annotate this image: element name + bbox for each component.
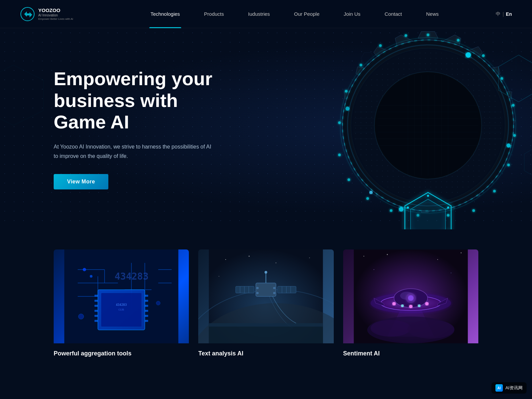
svg-point-147: [370, 320, 411, 337]
svg-point-128: [387, 254, 388, 255]
hero-section: Empowering your business with Game AI At…: [0, 28, 532, 229]
svg-rect-85: [95, 315, 98, 317]
view-more-button[interactable]: View More: [54, 174, 108, 189]
svg-point-55: [399, 207, 404, 212]
nav-item-products[interactable]: Products: [192, 0, 236, 28]
svg-rect-83: [95, 305, 98, 307]
logo[interactable]: YOOZOO AI Innovation Empower Better Live…: [20, 7, 73, 21]
svg-point-11: [512, 104, 515, 107]
circuit-svg: 434283 C135 434283: [54, 249, 189, 343]
svg-rect-121: [209, 323, 323, 327]
svg-point-123: [273, 287, 275, 289]
svg-rect-90: [145, 310, 148, 312]
lang-en[interactable]: En: [506, 11, 512, 17]
nav-item-news[interactable]: News: [414, 0, 451, 28]
svg-rect-110: [236, 286, 254, 293]
language-switcher: 中 | En: [496, 11, 512, 17]
svg-point-103: [249, 256, 250, 257]
card-label-sentiment: Sentiment AI: [343, 343, 478, 360]
svg-point-124: [257, 292, 259, 294]
svg-point-104: [276, 263, 276, 263]
logo-text: YOOZOO AI Innovation Empower Better Live…: [38, 7, 73, 21]
svg-text:C135: C135: [118, 308, 124, 311]
svg-point-13: [507, 164, 510, 166]
svg-text:434283: 434283: [115, 271, 149, 282]
svg-point-102: [225, 259, 226, 260]
card-label-aggregation: Powerful aggregation tools: [54, 343, 189, 360]
svg-point-16: [447, 214, 449, 217]
svg-point-130: [461, 252, 462, 253]
hero-content: Empowering your business with Game AI At…: [0, 68, 235, 189]
svg-point-125: [273, 292, 275, 294]
svg-point-61: [447, 207, 449, 209]
svg-point-9: [482, 54, 485, 57]
card-img-sentiment: [343, 249, 478, 343]
lang-zh[interactable]: 中: [496, 11, 500, 17]
hero-title: Empowering your business with Game AI: [54, 68, 235, 133]
svg-point-106: [219, 276, 219, 277]
svg-point-56: [345, 107, 350, 111]
svg-point-137: [392, 302, 395, 305]
svg-point-148: [407, 320, 454, 339]
svg-point-131: [373, 269, 374, 270]
svg-text:434283: 434283: [116, 303, 127, 306]
svg-point-139: [409, 305, 412, 308]
svg-point-65: [407, 207, 409, 209]
svg-rect-86: [95, 320, 98, 322]
svg-point-60: [427, 195, 429, 197]
svg-point-18: [390, 209, 392, 212]
ufo-svg: [343, 249, 478, 343]
watermark: AI AI资讯网: [491, 382, 527, 387]
gear-visual: [311, 28, 532, 229]
svg-point-23: [345, 90, 348, 93]
svg-point-53: [466, 52, 471, 58]
card-aggregation[interactable]: 434283 C135 434283 Powerful aggregation …: [54, 249, 189, 360]
card-text-analysis[interactable]: Text analysis AI: [198, 249, 333, 360]
logo-icon: [20, 7, 35, 21]
nav-item-industries[interactable]: Iudustries: [236, 0, 282, 28]
svg-point-132: [450, 273, 451, 273]
svg-point-12: [513, 134, 516, 137]
svg-point-8: [457, 39, 460, 42]
svg-point-7: [427, 34, 429, 36]
watermark-icon: AI: [495, 384, 503, 387]
svg-rect-89: [145, 305, 148, 307]
svg-point-24: [360, 64, 362, 66]
card-label-text-analysis: Text analysis AI: [198, 343, 333, 360]
svg-point-97: [90, 275, 93, 278]
card-sentiment-ai[interactable]: Sentiment AI: [343, 249, 478, 360]
svg-point-105: [309, 258, 310, 258]
svg-point-141: [425, 302, 428, 305]
svg-point-57: [369, 191, 373, 194]
cards-grid: 434283 C135 434283 Powerful aggregation …: [54, 249, 478, 360]
svg-marker-67: [524, 146, 532, 179]
svg-point-127: [363, 256, 364, 256]
navbar: YOOZOO AI Innovation Empower Better Live…: [0, 0, 532, 28]
nav-item-our-people[interactable]: Our People: [282, 0, 332, 28]
nav-item-join-us[interactable]: Join Us: [331, 0, 372, 28]
svg-point-26: [405, 34, 407, 37]
svg-point-21: [338, 154, 341, 156]
svg-point-22: [338, 121, 341, 124]
hero-description: At Yoozoo AI Innovation, we strive to ha…: [54, 142, 215, 160]
lang-sep: |: [502, 11, 504, 17]
card-img-text-analysis: [198, 249, 333, 343]
svg-rect-81: [95, 295, 98, 297]
nav-item-contact[interactable]: Contact: [373, 0, 414, 28]
satellite-svg: [198, 249, 333, 343]
svg-rect-111: [278, 286, 296, 293]
svg-rect-87: [145, 295, 148, 297]
svg-rect-84: [95, 310, 98, 312]
svg-point-122: [257, 287, 259, 289]
card-img-aggregation: 434283 C135 434283: [54, 249, 189, 343]
nav-links: Technologies Products Iudustries Our Peo…: [100, 0, 489, 28]
svg-point-143: [408, 295, 413, 301]
gear-svg: [311, 28, 532, 229]
svg-point-140: [418, 304, 420, 307]
cards-section: 434283 C135 434283 Powerful aggregation …: [0, 229, 532, 387]
svg-point-14: [493, 190, 496, 192]
svg-rect-109: [256, 283, 276, 296]
svg-rect-88: [145, 300, 148, 302]
svg-point-129: [437, 259, 438, 260]
nav-item-technologies[interactable]: Technologies: [139, 0, 192, 28]
